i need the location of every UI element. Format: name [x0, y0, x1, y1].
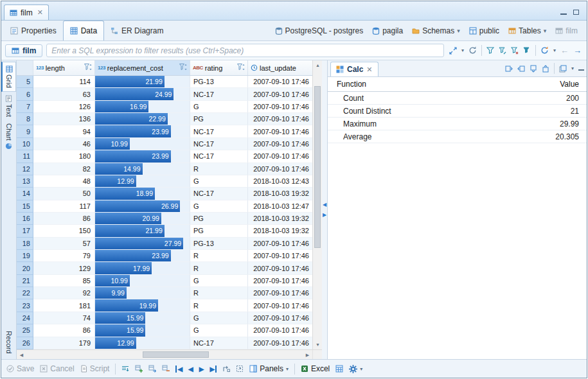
side-tab-text[interactable]: Text [1, 92, 16, 120]
back-arrow-icon[interactable]: ← [560, 46, 569, 55]
cell-last-update[interactable]: 2007-09-10 17:46 [248, 324, 312, 337]
save-button[interactable]: Save [6, 364, 34, 373]
scroll-down-icon[interactable]: ▼ [313, 340, 323, 349]
collapse-left-icon[interactable]: ◀ [323, 202, 326, 207]
cell-replacement-cost[interactable]: 17.99 [95, 262, 190, 274]
panel-sash[interactable]: ◀ ▶ [322, 60, 327, 359]
cell-length[interactable]: 181 [33, 299, 95, 312]
row-number[interactable]: 19 [17, 250, 33, 262]
collapse-right-icon[interactable]: ▶ [323, 213, 326, 218]
cell-replacement-cost[interactable]: 12.99 [95, 175, 190, 188]
cell-last-update[interactable]: 2018-10-03 19:32 [248, 188, 312, 200]
cell-length[interactable]: 129 [33, 262, 95, 274]
side-tab-chart[interactable]: Chart [1, 120, 16, 153]
cell-replacement-cost[interactable]: 15.99 [95, 312, 190, 324]
cell-length[interactable]: 150 [33, 225, 95, 237]
cell-replacement-cost[interactable]: 23.99 [95, 150, 190, 163]
calc-row[interactable]: Count Distinct21 [328, 105, 587, 118]
cell-replacement-cost[interactable]: 23.99 [95, 250, 190, 262]
cell-rating[interactable]: R [190, 287, 248, 299]
script-button[interactable]: Script [80, 364, 110, 373]
cell-length[interactable]: 46 [33, 138, 95, 150]
cell-last-update[interactable]: 2007-09-10 17:46 [248, 138, 312, 150]
cell-rating[interactable]: PG [190, 225, 248, 237]
next-record-button[interactable]: ▶ [199, 366, 204, 373]
cell-last-update[interactable]: 2018-10-03 19:32 [248, 225, 312, 237]
cell-replacement-cost[interactable]: 21.99 [95, 76, 190, 88]
cell-rating[interactable]: G [190, 324, 248, 337]
expand-results-icon[interactable] [449, 47, 457, 55]
cell-length[interactable]: 79 [33, 250, 95, 262]
sql-filter-input[interactable] [46, 44, 444, 57]
minimize-icon[interactable] [560, 13, 567, 15]
cell-last-update[interactable]: 2007-09-10 17:46 [248, 275, 312, 287]
scroll-right-icon[interactable]: ▶ [303, 350, 312, 360]
dock-top-icon[interactable] [542, 65, 549, 73]
cell-replacement-cost[interactable]: 22.99 [95, 113, 190, 125]
cell-rating[interactable]: NC-17 [190, 337, 248, 349]
filter-save-icon[interactable] [486, 47, 494, 55]
cell-length[interactable]: 126 [33, 101, 95, 113]
cell-last-update[interactable]: 2018-10-03 12:43 [248, 175, 312, 188]
cell-rating[interactable]: NC-17 [190, 88, 248, 100]
goto-row-icon[interactable] [222, 365, 230, 373]
column-header-replacement-cost[interactable]: 123 replacement_cost [95, 60, 190, 75]
cell-length[interactable]: 48 [33, 175, 95, 188]
cell-replacement-cost[interactable]: 9.99 [95, 287, 190, 299]
cell-rating[interactable]: R [190, 163, 248, 175]
close-icon[interactable]: ✕ [37, 8, 43, 17]
cell-last-update[interactable]: 2007-09-10 17:46 [248, 150, 312, 163]
tab-calc[interactable]: Calc ✕ [330, 62, 379, 76]
breadcrumb-table-film[interactable]: film [555, 26, 578, 35]
row-number[interactable]: 20 [17, 262, 33, 274]
cell-replacement-cost[interactable]: 20.99 [95, 213, 190, 225]
cell-length[interactable]: 86 [33, 324, 95, 337]
cell-length[interactable]: 114 [33, 76, 95, 88]
cell-rating[interactable]: R [190, 262, 248, 274]
side-tab-record[interactable]: Record [1, 328, 16, 357]
cell-rating[interactable]: PG-13 [190, 238, 248, 250]
cell-last-update[interactable]: 2018-10-03 12:47 [248, 200, 312, 213]
cell-replacement-cost[interactable]: 23.99 [95, 125, 190, 137]
vertical-scroll-track[interactable] [313, 70, 322, 340]
cell-length[interactable]: 117 [33, 200, 95, 213]
cell-replacement-cost[interactable]: 24.99 [95, 88, 190, 100]
calc-row[interactable]: Count200 [328, 92, 587, 105]
cell-last-update[interactable]: 2007-09-10 17:46 [248, 337, 312, 349]
cell-length[interactable]: 82 [33, 163, 95, 175]
cell-last-update[interactable]: 2007-09-10 17:46 [248, 125, 312, 137]
tab-data[interactable]: Data [63, 21, 104, 40]
cell-length[interactable]: 179 [33, 337, 95, 349]
forward-arrow-icon[interactable]: → [573, 46, 582, 55]
sort-filter-icon[interactable] [84, 64, 92, 72]
cell-rating[interactable]: G [190, 200, 248, 213]
tab-er-diagram[interactable]: ER Diagram [104, 22, 170, 40]
cell-rating[interactable]: NC-17 [190, 188, 248, 200]
cell-rating[interactable]: G [190, 312, 248, 324]
cell-rating[interactable]: G [190, 175, 248, 188]
cell-length[interactable]: 57 [33, 238, 95, 250]
row-number[interactable]: 7 [17, 101, 33, 113]
column-header-last-update[interactable]: last_update [248, 60, 312, 75]
row-number[interactable]: 13 [17, 175, 33, 188]
sort-filter-icon[interactable] [179, 64, 187, 72]
row-number[interactable]: 14 [17, 188, 33, 200]
side-tab-grid[interactable]: Grid [1, 62, 16, 92]
maximize-icon[interactable] [573, 10, 579, 15]
row-number[interactable]: 21 [17, 275, 33, 287]
column-header-rating[interactable]: ABC rating [190, 60, 248, 75]
cell-last-update[interactable]: 2007-09-10 17:46 [248, 312, 312, 324]
cancel-button[interactable]: Cancel [40, 364, 74, 373]
column-header-length[interactable]: 123 length [33, 60, 95, 75]
row-number[interactable]: 23 [17, 299, 33, 312]
cell-length[interactable]: 86 [33, 213, 95, 225]
row-number[interactable]: 17 [17, 225, 33, 237]
row-number[interactable]: 10 [17, 138, 33, 150]
settings-button[interactable]: ▾ [349, 365, 362, 373]
cell-length[interactable]: 63 [33, 88, 95, 100]
fetch-rows-icon[interactable] [121, 365, 129, 373]
row-number[interactable]: 11 [17, 150, 33, 163]
horizontal-scroll-thumb[interactable] [143, 351, 209, 358]
cell-replacement-cost[interactable]: 19.99 [95, 299, 190, 312]
cell-length[interactable]: 92 [33, 287, 95, 299]
